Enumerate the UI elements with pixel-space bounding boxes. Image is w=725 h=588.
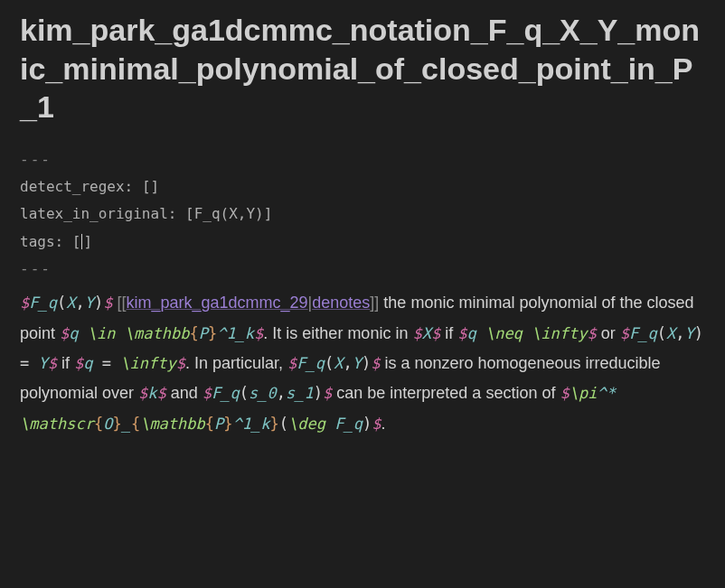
text: or (597, 324, 620, 342)
text: if (57, 354, 74, 372)
frontmatter-close: --- (20, 256, 705, 283)
fm-key: detect_regex: (20, 178, 133, 195)
frontmatter-line-latex-in-original[interactable]: latex_in_original: [F_q(X,Y)] (20, 201, 705, 228)
frontmatter-line-tags[interactable]: tags: [] (20, 229, 705, 256)
note-body[interactable]: $F_q(X,Y)$ [[kim_park_ga1dcmmc_29|denote… (20, 288, 705, 438)
text: . (381, 415, 385, 433)
math-inline: $q \in \mathbb{P}^1_k$ (60, 324, 263, 342)
math-inline: $k$ (138, 384, 166, 402)
text: . It is either monic in (263, 324, 412, 342)
math-inline: $X$ (412, 324, 440, 342)
fm-key: tags: (20, 233, 63, 250)
math-inline: $F_q(s_0,s_1)$ (202, 384, 332, 402)
fm-value: [] (142, 178, 159, 195)
math-inline: $q = \infty$ (74, 354, 185, 372)
page-title: kim_park_ga1dcmmc_notation_F_q_X_Y_monic… (20, 11, 705, 126)
wikilink-close: ]] (370, 294, 379, 312)
math-inline: $q \neq \infty$ (457, 324, 597, 342)
fm-bracket-close: ] (83, 233, 92, 250)
wikilink-text: denotes (312, 294, 370, 312)
text: can be interpreted a section of (332, 384, 560, 402)
fm-bracket-open: [ (72, 233, 81, 250)
frontmatter-open: --- (20, 146, 705, 173)
wikilink-open: [[ (117, 294, 126, 312)
frontmatter-block[interactable]: --- detect_regex: [] latex_in_original: … (20, 146, 705, 284)
fm-key: latex_in_original: (20, 205, 176, 222)
text: and (166, 384, 202, 402)
frontmatter-line-detect-regex[interactable]: detect_regex: [] (20, 173, 705, 201)
text: if (440, 324, 457, 342)
math-inline: $F_q(X,Y)$ (20, 294, 112, 312)
wikilink-target: kim_park_ga1dcmmc_29 (127, 294, 308, 312)
math-inline: $F_q(X,Y)$ (287, 354, 380, 372)
fm-value: [F_q(X,Y)] (185, 205, 272, 222)
wikilink[interactable]: kim_park_ga1dcmmc_29|denotes (127, 294, 371, 312)
text: . In particular, (185, 354, 287, 372)
